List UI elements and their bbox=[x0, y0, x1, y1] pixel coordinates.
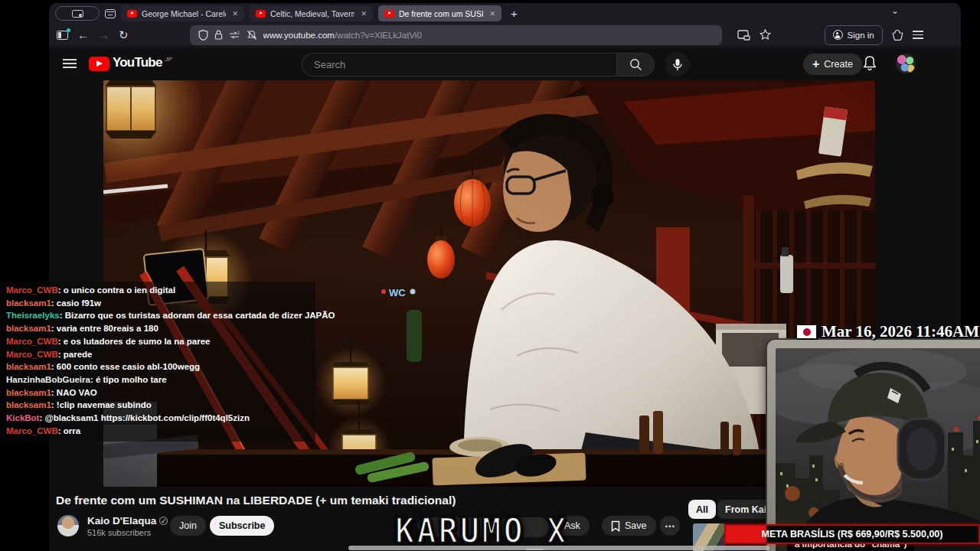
channel-name[interactable]: Kaio D'Elaqua ✓ bbox=[87, 515, 168, 527]
chat-message: Marco_CWB: o unico contra o ien digital bbox=[6, 284, 309, 297]
tab-title: De frente com um SUSHIMAN n bbox=[399, 9, 483, 18]
autoplay-blocked-icon bbox=[247, 30, 257, 41]
chat-separator: : bbox=[58, 337, 64, 346]
bookmark-star-icon[interactable] bbox=[760, 29, 771, 41]
verified-badge-icon: ✓ bbox=[159, 517, 168, 525]
channel-name-text: Kaio D'Elaqua bbox=[87, 515, 156, 527]
stream-watermark: KARUMO_X bbox=[395, 511, 568, 550]
goal-label: META BRASÍLIS (R$ 669,90/R$ 5.500,00) bbox=[726, 526, 978, 543]
chat-username: Marco_CWB bbox=[6, 426, 58, 435]
join-button[interactable]: Join bbox=[170, 516, 206, 536]
chat-message: Theisraelyks: Bizarro que os turistas ad… bbox=[6, 309, 309, 322]
video-title: De frente com um SUSHIMAN na LIBERDADE (… bbox=[56, 494, 456, 507]
chat-text: o unico contra o ien digital bbox=[64, 285, 175, 295]
chat-username: blacksam1 bbox=[6, 298, 51, 308]
filter-chip-all[interactable]: All bbox=[688, 500, 716, 519]
chat-message: blacksam1: varia entre 80reais a 180 bbox=[6, 322, 309, 335]
tab-title: George Michael - Careless Whis bbox=[142, 9, 226, 18]
streamer-cam bbox=[776, 348, 980, 551]
save-button[interactable]: Save bbox=[602, 516, 656, 536]
toolbar-right-icons bbox=[737, 29, 771, 41]
profile-avatar[interactable] bbox=[896, 54, 916, 73]
tab-manager-icon[interactable] bbox=[57, 31, 68, 40]
search-bar bbox=[302, 53, 655, 77]
forward-button[interactable]: → bbox=[98, 29, 109, 41]
voice-search-button[interactable] bbox=[665, 52, 690, 77]
stream-clock-overlay: Mar 16, 2026 11:46AM bbox=[796, 322, 979, 341]
permissions-icon: 2 bbox=[229, 31, 240, 40]
browser-menu-icon[interactable] bbox=[913, 31, 923, 39]
chat-username: Theisraelyks bbox=[6, 311, 60, 320]
browser-tab-active[interactable]: De frente com um SUSHIMAN n ✕ bbox=[378, 5, 501, 21]
chat-separator: : bbox=[58, 285, 64, 295]
subscriber-count: 516k subscribers bbox=[87, 528, 151, 537]
chat-text: 600 conto esse casio abl-100wegg bbox=[57, 362, 200, 371]
chat-text: orra bbox=[64, 426, 80, 435]
youtube-logo[interactable]: YouTube JP bbox=[89, 55, 172, 71]
browser-tab-1[interactable]: George Michael - Careless Whis ✕ bbox=[121, 5, 244, 21]
chat-username: Marco_CWB bbox=[6, 337, 58, 346]
url-bar[interactable]: 2 www.youtube.com/watch?v=XlELkJatVi0 bbox=[190, 25, 722, 45]
account-icon bbox=[833, 30, 843, 40]
tab-title: Celtic, Medieval, Tavern Music - bbox=[270, 9, 354, 18]
chat-text: @blacksam1 https://kickbot.com/clip/ff0t… bbox=[44, 413, 249, 422]
tab-close-icon[interactable]: ✕ bbox=[361, 10, 367, 18]
chat-separator: : bbox=[58, 426, 64, 435]
chat-username: Marco_CWB bbox=[6, 285, 58, 295]
create-button[interactable]: + Create bbox=[803, 54, 862, 75]
chat-username: blacksam1 bbox=[6, 400, 51, 409]
chat-message: HanzinhaBobGueira: é tipo molho tare bbox=[6, 373, 309, 386]
search-button[interactable] bbox=[616, 53, 655, 77]
chat-text: NAO VAO bbox=[57, 388, 97, 397]
browser-toolbar: ← → ↻ 2 www.youtube.com/ bbox=[49, 23, 961, 47]
youtube-favicon bbox=[384, 10, 394, 18]
chat-message: Marco_CWB: e os lutadores de sumo la na … bbox=[6, 335, 309, 348]
overlay-bottom-bar bbox=[348, 546, 769, 550]
svg-text:2: 2 bbox=[237, 30, 240, 34]
notifications-bell-icon[interactable] bbox=[862, 55, 877, 72]
more-actions-button[interactable]: ⋯ bbox=[660, 516, 680, 536]
browser-sign-in-button[interactable]: Sign in bbox=[825, 25, 883, 45]
chat-text: e os lutadores de sumo la na paree bbox=[64, 337, 211, 346]
save-label: Save bbox=[625, 520, 647, 531]
chat-username: blacksam1 bbox=[6, 362, 51, 371]
reload-button[interactable]: ↻ bbox=[119, 29, 129, 41]
back-button[interactable]: ← bbox=[77, 29, 89, 41]
tab-close-icon[interactable]: ✕ bbox=[232, 10, 238, 18]
webcam-video bbox=[776, 348, 980, 551]
screenshot-icon[interactable] bbox=[737, 30, 750, 41]
chat-text: casio f91w bbox=[57, 298, 101, 308]
create-label: Create bbox=[824, 59, 853, 70]
chat-separator: : bbox=[51, 400, 57, 409]
channel-avatar[interactable] bbox=[57, 515, 79, 536]
new-tab-button[interactable]: + bbox=[507, 7, 521, 20]
chat-text: varia entre 80reais a 180 bbox=[57, 324, 158, 333]
chat-separator: : bbox=[51, 324, 57, 333]
chat-text: parede bbox=[64, 350, 93, 359]
sign-in-label: Sign in bbox=[848, 31, 874, 40]
search-input[interactable] bbox=[302, 53, 616, 77]
youtube-favicon bbox=[256, 10, 266, 18]
tab-close-icon[interactable]: ✕ bbox=[489, 10, 495, 18]
chat-username: blacksam1 bbox=[6, 388, 51, 397]
microphone-icon bbox=[672, 58, 683, 71]
extensions-icon[interactable] bbox=[892, 29, 903, 41]
browser-tab-2[interactable]: Celtic, Medieval, Tavern Music - ✕ bbox=[250, 5, 373, 21]
chat-username: KickBot bbox=[6, 413, 39, 422]
chat-separator: : bbox=[51, 388, 57, 397]
firefox-view-button[interactable] bbox=[55, 6, 100, 21]
chat-username: Marco_CWB bbox=[6, 350, 58, 359]
chat-overlay: Marco_CWB: o unico contra o ien digital … bbox=[0, 282, 315, 442]
chat-message: blacksam1: 600 conto esse casio abl-100w… bbox=[6, 360, 309, 373]
japan-flag-icon bbox=[796, 324, 817, 339]
tab-archive-icon[interactable] bbox=[105, 9, 116, 18]
chat-message: Marco_CWB: parede bbox=[6, 348, 309, 361]
bookmark-icon bbox=[611, 520, 620, 532]
donation-goal-bar: META BRASÍLIS (R$ 669,90/R$ 5.500,00) bbox=[724, 524, 980, 544]
subscribe-button[interactable]: Subscribe bbox=[210, 516, 274, 536]
list-tabs-chevron-icon[interactable]: ⌄ bbox=[891, 5, 899, 16]
url-domain: www.youtube.com bbox=[263, 31, 335, 40]
chat-separator: : bbox=[51, 362, 57, 371]
chat-message: Marco_CWB: orra bbox=[6, 425, 309, 438]
youtube-menu-icon[interactable] bbox=[63, 59, 77, 68]
